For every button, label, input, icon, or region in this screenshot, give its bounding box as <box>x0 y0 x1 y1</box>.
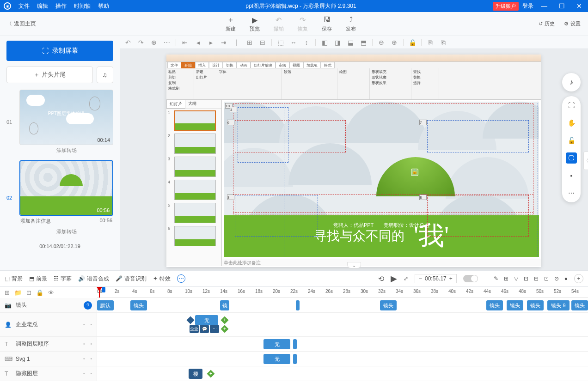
camera-segment[interactable]: 镜头 9 <box>547 300 570 310</box>
timeline-head-icon[interactable]: ⊡ <box>26 289 31 296</box>
canvas-tool-icon[interactable]: ⬚ <box>276 39 285 46</box>
more-button[interactable]: ⋯ <box>177 274 185 283</box>
canvas-stage[interactable]: 文件开始插入设计切换动画幻灯片放映审阅视图加载项格式 粘贴剪切复制格式刷 新建幻… <box>166 55 541 267</box>
timeline-head-icon[interactable]: 👁 <box>48 289 54 296</box>
mini-button[interactable]: 企业 <box>190 325 199 333</box>
canvas-tool-icon[interactable]: ◧ <box>320 39 329 46</box>
camera-segment[interactable]: 镜头 <box>507 300 523 310</box>
bottom-right-icon[interactable]: ⊟ <box>534 275 539 282</box>
menu-file[interactable]: 文件 <box>18 2 30 10</box>
head-tail-button[interactable]: ＋ 片头片尾 <box>6 67 93 83</box>
canvas-tool-icon[interactable]: ⊟ <box>258 39 267 46</box>
ppt-slide-thumb[interactable]: 5 <box>166 201 221 225</box>
bottom-right-icon[interactable]: ✎ <box>494 275 498 282</box>
segment[interactable]: 无 <box>263 339 290 349</box>
rewind-button[interactable]: ⟲ <box>378 274 384 283</box>
toolbar-发布-button[interactable]: ⤴发布 <box>346 15 356 32</box>
ppt-slide-thumb[interactable]: 3 <box>166 155 221 178</box>
toolbar-保存-button[interactable]: 🖫保存 <box>322 15 332 32</box>
canvas-tool-icon[interactable]: ↷ <box>137 39 145 46</box>
canvas-tool-icon[interactable]: ◨ <box>333 39 342 46</box>
time-minus[interactable]: − <box>419 275 422 282</box>
ppt-tab[interactable]: 文件 <box>167 62 181 68</box>
canvas-tool-icon[interactable]: ⊞ <box>245 39 254 46</box>
clip-thumbnail-1[interactable]: PPT图层字体编辑 00:14 <box>19 90 113 145</box>
bottom-字幕-button[interactable]: ☷字幕 <box>54 275 72 283</box>
ppt-tab[interactable]: 幻灯片放映 <box>251 62 276 68</box>
ppt-slide-thumb[interactable]: 4 <box>166 178 221 201</box>
canvas-tool-icon[interactable]: ↔ <box>289 39 298 46</box>
camera-segment[interactable]: 镜头 <box>486 300 503 310</box>
ppt-tab[interactable]: 设计 <box>209 62 223 68</box>
back-home-button[interactable]: 〈 返回主页 <box>0 20 43 28</box>
timeline-head-icon[interactable]: ⊞ <box>5 289 10 296</box>
ppt-tab[interactable]: 动画 <box>237 62 251 68</box>
float-tool-0[interactable]: ⛶ <box>566 100 577 111</box>
toolbar-新建-button[interactable]: ＋新建 <box>226 15 236 32</box>
menu-help[interactable]: 帮助 <box>98 2 109 10</box>
canvas-tool-icon[interactable]: ⎘ <box>426 39 435 46</box>
ppt-tab[interactable]: 加载项 <box>303 62 321 68</box>
canvas-tool-icon[interactable]: ▸ <box>207 39 215 46</box>
bottom-前景-button[interactable]: ⬒前景 <box>29 275 47 283</box>
menu-action[interactable]: 操作 <box>55 2 67 10</box>
toolbar-预览-button[interactable]: ▶预览 <box>250 15 260 32</box>
segment[interactable]: 无 <box>263 354 290 364</box>
camera-segment[interactable]: 镜头 <box>130 300 147 310</box>
minimize-button[interactable]: — <box>537 0 551 12</box>
bottom-语音合成-button[interactable]: 🔊语音合成 <box>78 275 109 283</box>
canvas-tool-icon[interactable]: ⊕ <box>390 39 398 46</box>
canvas-tool-icon[interactable]: ⊖ <box>377 39 386 46</box>
music-float-button[interactable]: ♪ <box>562 73 581 91</box>
track-body[interactable]: 默认镜头镜镜头镜头镜头镜头镜头 9镜头 <box>97 298 588 312</box>
menu-edit[interactable]: 编辑 <box>37 2 48 10</box>
add-transition-2[interactable]: 添加转场 <box>19 228 113 235</box>
canvas-tool-icon[interactable]: ⊕ <box>150 39 158 46</box>
float-tool-5[interactable]: ⋯ <box>566 188 577 199</box>
add-button[interactable]: + <box>574 274 583 283</box>
canvas-tool-icon[interactable]: ⬓ <box>346 39 355 46</box>
float-tool-4[interactable]: ▪ <box>566 170 577 181</box>
ppt-tab[interactable]: 视图 <box>289 62 303 68</box>
bottom-right-icon[interactable]: ⊡ <box>544 275 549 282</box>
float-tool-1[interactable]: ✋ <box>566 117 577 128</box>
track-body[interactable]: 无 <box>97 352 588 366</box>
canvas-tool-icon[interactable]: ⬒ <box>359 39 368 46</box>
ppt-tab[interactable]: 切换 <box>223 62 237 68</box>
upgrade-button[interactable]: 升级账户 <box>493 2 519 11</box>
canvas-tool-icon[interactable]: ↶ <box>124 39 132 46</box>
clip-thumbnail-2[interactable]: 00:56 <box>19 160 113 216</box>
ppt-slide-thumb[interactable]: 6 <box>166 225 221 248</box>
clip-caption[interactable]: 添加备注信息 <box>20 218 51 225</box>
collapse-canvas-button[interactable]: ⌄ <box>347 262 361 268</box>
camera-segment[interactable]: 默认 <box>97 300 114 310</box>
canvas-tool-icon[interactable]: ⇤ <box>181 39 189 46</box>
canvas-tool-icon[interactable]: ｜ <box>233 38 241 47</box>
float-tool-2[interactable]: 🔓 <box>566 135 577 146</box>
track-body[interactable]: 无企业💬⋯ <box>97 313 588 336</box>
settings-button[interactable]: ⚙设置 <box>564 20 581 27</box>
canvas-tool-icon[interactable]: 🔒 <box>408 39 416 46</box>
canvas-tool-icon[interactable]: ⎗ <box>439 39 447 46</box>
segment[interactable]: 楼 <box>189 369 202 379</box>
toggle-switch[interactable] <box>463 275 478 282</box>
canvas-tool-icon[interactable]: ↕ <box>302 39 311 46</box>
track-body[interactable]: 楼 <box>97 366 588 381</box>
ppt-slide-thumb[interactable]: 2 <box>166 132 221 155</box>
ppt-notes[interactable]: 单击此处添加备注 <box>222 259 541 266</box>
bottom-语音识别-button[interactable]: 🎤语音识别 <box>116 275 147 283</box>
ppt-tab[interactable]: 开始 <box>181 62 195 68</box>
canvas-tool-icon[interactable]: ⇥ <box>220 39 228 46</box>
help-icon[interactable]: ? <box>84 301 92 310</box>
add-transition-1[interactable]: 添加转场 <box>19 147 113 154</box>
bottom-right-icon[interactable]: ● <box>564 275 568 282</box>
segment[interactable]: 无 <box>195 315 218 325</box>
bottom-特效-button[interactable]: ✦特效 <box>153 275 171 283</box>
mini-button[interactable]: 💬 <box>200 325 209 333</box>
camera-segment[interactable]: 镜头 <box>380 300 397 310</box>
camera-segment[interactable]: 镜头 <box>527 300 544 310</box>
timeline-head-icon[interactable]: 📁 <box>14 289 22 296</box>
bottom-right-icon[interactable]: ⊞ <box>504 275 508 282</box>
camera-segment[interactable]: 镜头 <box>571 300 588 310</box>
login-button[interactable]: 登录 <box>522 2 533 10</box>
